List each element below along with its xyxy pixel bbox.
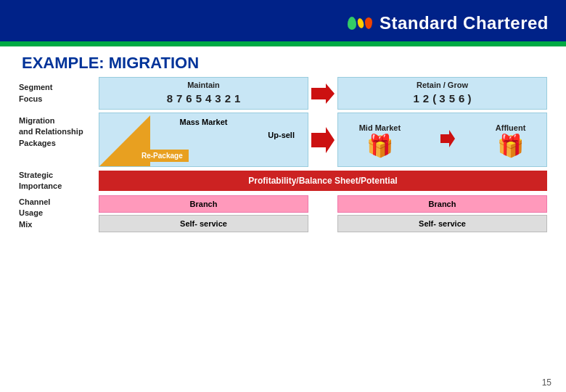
channel-branch-right: Branch [337,195,547,213]
green-stripe [0,41,566,46]
affluent-label: Affluent [496,123,526,132]
svg-marker-1 [311,127,335,153]
maintain-section: Maintain 8 7 6 5 4 3 2 1 [99,77,308,110]
channel-arrow-gap [308,195,337,232]
strategic-label: StrategicImportance [19,170,99,192]
svg-marker-0 [311,83,335,104]
channel-selfservice-right: Self- service [337,215,547,232]
migration-content: Mass Market Up-sell Re-Package Mid Marke… [99,113,547,167]
channel-right: Branch Self- service [337,195,547,232]
retain-section: Retain / Grow 1 2 ( 3 5 6 ) [337,77,547,110]
mid-affluent-arrow [439,128,456,152]
mid-market-label: Mid Market [359,123,401,132]
app-container: Standard Chartered EXAMPLE: MIGRATION Se… [0,0,566,392]
footer: 15 [542,377,551,388]
brand-container: Standard Chartered [348,13,549,33]
strategic-row: StrategicImportance Profitability/Balanc… [19,170,547,192]
svg-marker-2 [440,130,455,147]
strategic-content-box: Profitability/Balance Sheet/Potential [99,171,547,191]
mid-market-icon: 🎁 [366,135,393,157]
migration-left: Mass Market Up-sell Re-Package [99,113,308,167]
channel-content: Branch Self- service Branch Self- servic… [99,195,547,232]
page-title-bar: EXAMPLE: MIGRATION [0,46,566,77]
maintain-header: Maintain [105,81,302,89]
affluent-icon: 🎁 [497,135,524,157]
maintain-numbers: 8 7 6 5 4 3 2 1 [105,92,302,105]
channel-label: ChannelUsageMix [19,195,99,232]
retain-numbers: 1 2 ( 3 5 6 ) [344,92,541,105]
brand-name: Standard Chartered [380,13,549,33]
segment-focus-row: Segment Focus Maintain 8 7 6 5 4 3 2 1 [19,77,547,110]
header-bar: Standard Chartered [0,0,566,46]
migration-right: Mid Market 🎁 Affluent 🎁 [337,113,547,167]
retain-header: Retain / Grow [344,81,541,89]
main-content: Segment Focus Maintain 8 7 6 5 4 3 2 1 [0,77,566,232]
segment-arrow [308,77,337,110]
page-title: EXAMPLE: MIGRATION [22,54,544,73]
repackage-box: Re-Package [136,150,189,162]
channel-left: Branch Self- service [99,195,308,232]
mid-market-col: Mid Market 🎁 [359,123,401,157]
channel-branch-left: Branch [99,195,308,213]
migration-row: Migrationand RelationshipPackages Mass M… [19,113,547,167]
brand-logo-icon [348,17,372,30]
affluent-col: Affluent 🎁 [496,123,526,157]
channel-row: ChannelUsageMix Branch Self- service [19,195,547,232]
segment-focus-label: Segment Focus [19,82,99,105]
migration-arrow [308,113,337,167]
migration-label: Migrationand RelationshipPackages [19,113,99,167]
channel-selfservice-left: Self- service [99,215,308,232]
segment-focus-content: Maintain 8 7 6 5 4 3 2 1 [99,77,547,110]
